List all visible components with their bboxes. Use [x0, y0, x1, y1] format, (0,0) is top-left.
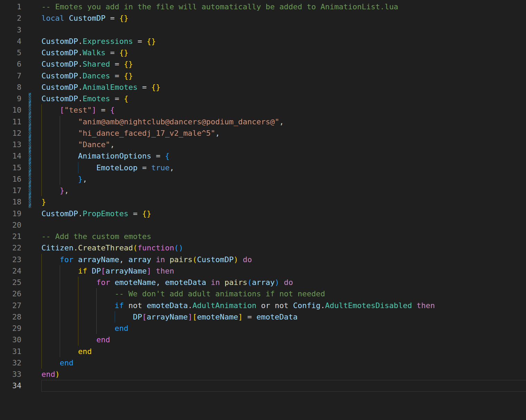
indent-guide [41, 311, 42, 323]
line-number[interactable]: 4 [0, 36, 21, 47]
indent-guide [78, 277, 78, 288]
line-number[interactable]: 29 [0, 323, 21, 334]
code-line[interactable]: 13 "Dance", [0, 139, 526, 150]
code-token: do [243, 255, 252, 264]
line-number[interactable]: 26 [0, 288, 21, 299]
line-number[interactable]: 3 [0, 24, 21, 36]
line-number[interactable]: 20 [0, 219, 21, 231]
code-line[interactable]: 2local CustomDP = {} [0, 12, 526, 24]
line-number[interactable]: 17 [0, 185, 21, 196]
line-number[interactable]: 7 [0, 70, 21, 82]
line-number[interactable]: 1 [0, 1, 21, 12]
code-line[interactable]: 7CustomDP.Dances = {} [0, 70, 526, 82]
code-line[interactable]: 33end) [0, 369, 526, 380]
code-line[interactable]: 14 AnimationOptions = { [0, 150, 526, 162]
code-editor[interactable]: 1-- Emotes you add in the file will auto… [0, 0, 526, 420]
code-line[interactable]: 18} [0, 196, 526, 208]
code-line[interactable]: 9CustomDP.Emotes = { [0, 93, 526, 104]
indent-guide [41, 277, 42, 288]
code-line[interactable]: 34 [0, 380, 526, 391]
git-modified-indicator[interactable] [29, 104, 31, 116]
code-token: ) [179, 244, 183, 252]
line-number[interactable]: 33 [0, 369, 21, 380]
line-number[interactable]: 14 [0, 150, 21, 162]
git-modified-indicator[interactable] [29, 116, 31, 127]
line-number[interactable]: 23 [0, 254, 21, 265]
code-line[interactable]: 12 "hi_dance_facedj_17_v2_male^5", [0, 127, 526, 139]
code-line[interactable]: 27 if not emoteData.AdultAnimation or no… [0, 300, 526, 311]
code-token [41, 163, 96, 172]
code-token [124, 301, 128, 310]
line-number[interactable]: 24 [0, 265, 21, 277]
code-line[interactable]: 26 -- We don't add adult animations if n… [0, 288, 526, 299]
line-number[interactable]: 8 [0, 82, 21, 93]
code-line[interactable]: 5CustomDP.Walks = {} [0, 47, 526, 58]
code-line[interactable]: 6CustomDP.Shared = {} [0, 58, 526, 70]
code-line-content [41, 219, 526, 231]
code-line[interactable]: 8CustomDP.AnimalEmotes = {} [0, 82, 526, 93]
code-token [41, 335, 96, 344]
line-number[interactable]: 13 [0, 139, 21, 150]
code-line[interactable]: 30 end [0, 334, 526, 345]
code-line[interactable]: 11 "anim@amb@nightclub@dancers@podium_da… [0, 116, 526, 127]
code-token: ] [238, 313, 243, 321]
code-line[interactable]: 22Citizen.CreateThread(function() [0, 242, 526, 254]
code-line[interactable]: 23 for arrayName, array in pairs(CustomD… [0, 254, 526, 265]
line-number[interactable]: 27 [0, 300, 21, 311]
code-line[interactable]: 32 end [0, 357, 526, 369]
code-line-content: }, [41, 173, 526, 185]
code-token: { [110, 106, 115, 114]
code-token [41, 106, 60, 114]
git-modified-indicator[interactable] [29, 150, 31, 162]
code-line[interactable]: 21-- Add the custom emotes [0, 231, 526, 242]
line-number[interactable]: 21 [0, 231, 21, 242]
git-modified-indicator[interactable] [29, 173, 31, 185]
code-token: {} [147, 37, 156, 46]
line-number[interactable]: 22 [0, 242, 21, 254]
line-number[interactable]: 11 [0, 116, 21, 127]
line-number[interactable]: 10 [0, 104, 21, 116]
git-modified-indicator[interactable] [29, 127, 31, 139]
line-number[interactable]: 19 [0, 208, 21, 219]
line-number[interactable]: 34 [0, 380, 21, 391]
code-token: CustomDP [41, 71, 78, 80]
line-number[interactable]: 5 [0, 47, 21, 58]
git-modified-indicator[interactable] [29, 139, 31, 150]
line-number[interactable]: 6 [0, 58, 21, 70]
line-number[interactable]: 30 [0, 334, 21, 345]
code-line[interactable]: 24 if DP[arrayName] then [0, 265, 526, 277]
code-token [64, 14, 69, 22]
code-line[interactable]: 19CustomDP.PropEmotes = {} [0, 208, 526, 219]
git-modified-indicator[interactable] [29, 93, 31, 104]
line-number[interactable]: 2 [0, 12, 21, 24]
code-line[interactable]: 15 EmoteLoop = true, [0, 162, 526, 173]
line-number[interactable]: 18 [0, 196, 21, 208]
code-token: , [64, 186, 69, 195]
code-line-content: AnimationOptions = { [41, 150, 526, 162]
code-line[interactable]: 28 DP[arrayName][emoteName] = emoteData [0, 311, 526, 323]
indent-guide [96, 300, 97, 311]
line-number[interactable]: 16 [0, 173, 21, 185]
line-number[interactable]: 25 [0, 277, 21, 288]
code-line[interactable]: 17 }, [0, 185, 526, 196]
code-token: DP [133, 313, 142, 321]
code-line[interactable]: 4CustomDP.Expressions = {} [0, 36, 526, 47]
code-line[interactable]: 29 end [0, 323, 526, 334]
git-modified-indicator[interactable] [29, 162, 31, 173]
line-number[interactable]: 32 [0, 357, 21, 369]
line-number[interactable]: 31 [0, 346, 21, 357]
line-number[interactable]: 12 [0, 127, 21, 139]
code-line[interactable]: 10 ["test"] = { [0, 104, 526, 116]
code-line[interactable]: 20 [0, 219, 526, 231]
code-line[interactable]: 1-- Emotes you add in the file will auto… [0, 1, 526, 12]
line-number[interactable]: 15 [0, 162, 21, 173]
code-line[interactable]: 31 end [0, 346, 526, 357]
code-line[interactable]: 25 for emoteName, emoteData in pairs(arr… [0, 277, 526, 288]
code-token: . [321, 301, 325, 310]
line-number[interactable]: 28 [0, 311, 21, 323]
line-number[interactable]: 9 [0, 93, 21, 104]
code-line[interactable]: 3 [0, 24, 526, 36]
code-line[interactable]: 16 }, [0, 173, 526, 185]
git-modified-indicator[interactable] [29, 185, 31, 196]
git-modified-indicator[interactable] [29, 196, 31, 208]
